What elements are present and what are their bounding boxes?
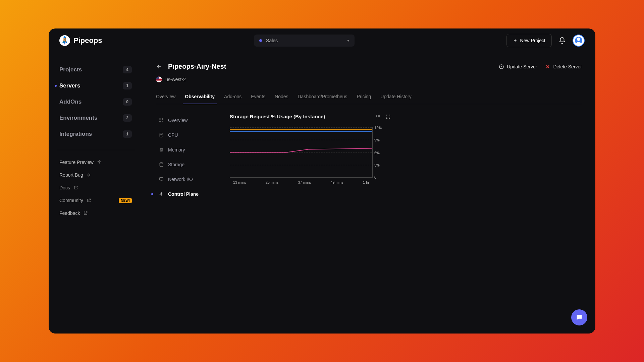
- back-button[interactable]: [156, 63, 163, 70]
- rocket-icon: [59, 35, 70, 46]
- count-badge: 1: [123, 130, 132, 138]
- tab-events[interactable]: Events: [251, 90, 265, 104]
- sidebar-link-label: Feedback: [59, 210, 80, 216]
- sidebar-link-feature-preview[interactable]: Feature Preview: [57, 157, 135, 168]
- metric-control-plane[interactable]: Control Plane: [156, 187, 223, 201]
- chart-series-c: [230, 127, 372, 177]
- us-flag-icon: [156, 76, 162, 82]
- tab-addons[interactable]: Add-ons: [224, 90, 241, 104]
- update-server-button[interactable]: Update Server: [499, 64, 537, 69]
- svg-point-4: [160, 121, 161, 122]
- close-icon: [545, 64, 550, 69]
- sidebar-link-report-bug[interactable]: Report Bug: [57, 170, 135, 180]
- tab-label: Overview: [156, 94, 175, 99]
- metric-memory[interactable]: Memory: [156, 143, 223, 157]
- count-badge: 2: [123, 114, 132, 122]
- region-label: us-west-2: [165, 77, 186, 82]
- divider: [57, 150, 135, 150]
- tab-nodes[interactable]: Nodes: [275, 90, 288, 104]
- main-content: Pipeops-Airy-Nest Update Server Delete S…: [143, 53, 595, 334]
- topbar-actions: ＋ New Project: [506, 34, 585, 47]
- external-icon: [87, 198, 91, 203]
- tab-update-history[interactable]: Update History: [380, 90, 412, 104]
- tab-overview[interactable]: Overview: [156, 90, 175, 104]
- expand-button[interactable]: [385, 114, 391, 119]
- chat-icon: [576, 314, 583, 321]
- notifications-button[interactable]: [558, 37, 566, 44]
- metric-storage[interactable]: Storage: [156, 158, 223, 171]
- update-server-label: Update Server: [507, 64, 537, 69]
- chart-tools: [375, 114, 391, 119]
- chart-title: Storage Request % Usage (By Instance): [230, 114, 325, 119]
- status-dot-icon: [259, 39, 262, 42]
- svg-point-6: [160, 133, 163, 134]
- sidebar-link-label: Docs: [59, 185, 70, 190]
- new-project-label: New Project: [520, 38, 545, 43]
- new-badge: NEW!: [119, 198, 132, 203]
- user-icon: [575, 37, 582, 44]
- tab-dashboard-prometheus[interactable]: Dashboard/Prometheus: [298, 90, 347, 104]
- chip-icon: [159, 147, 164, 153]
- sidebar-link-label: Community: [59, 198, 83, 203]
- x-tick: 1 hr: [363, 180, 369, 184]
- y-tick: 0: [374, 175, 389, 179]
- delete-server-button[interactable]: Delete Server: [545, 64, 582, 69]
- sidebar-item-projects[interactable]: Projects 4: [57, 63, 135, 77]
- tab-label: Pricing: [357, 94, 371, 99]
- chat-launcher[interactable]: [571, 309, 587, 325]
- y-tick: 6%: [374, 151, 389, 155]
- observability-content: Overview CPU Memory: [156, 114, 582, 201]
- metric-cpu[interactable]: CPU: [156, 128, 223, 142]
- network-icon: [159, 177, 164, 182]
- brand-logo[interactable]: Pipeops: [59, 35, 102, 46]
- target-icon: [159, 191, 164, 197]
- chart-area: 12% 9% 6% 3% 0 13 mins: [230, 127, 391, 184]
- svg-rect-7: [160, 148, 163, 151]
- active-dot-icon: [55, 85, 57, 87]
- legend-icon: [375, 114, 381, 119]
- sidebar-item-environments[interactable]: Environments 2: [57, 111, 135, 125]
- count-badge: 1: [123, 82, 132, 89]
- count-badge: 4: [123, 66, 132, 73]
- sidebar-link-docs[interactable]: Docs: [57, 182, 135, 193]
- header-actions: Update Server Delete Server: [499, 64, 582, 69]
- chart-header: Storage Request % Usage (By Instance): [230, 114, 391, 119]
- sidebar-item-servers[interactable]: Servers 1: [57, 79, 135, 93]
- bug-icon: [87, 173, 91, 177]
- metric-label: Memory: [168, 147, 185, 153]
- avatar[interactable]: [573, 35, 585, 47]
- tab-label: Dashboard/Prometheus: [298, 94, 347, 99]
- metric-label: Control Plane: [168, 191, 199, 197]
- sidebar-item-integrations[interactable]: Integrations 1: [57, 127, 135, 141]
- tab-label: Update History: [380, 94, 412, 99]
- svg-point-5: [162, 121, 163, 122]
- svg-point-3: [162, 119, 163, 120]
- metric-label: Storage: [168, 162, 184, 167]
- metric-network-io[interactable]: Network I/O: [156, 173, 223, 186]
- new-project-button[interactable]: ＋ New Project: [506, 34, 552, 47]
- active-dot-icon: [151, 193, 153, 195]
- tab-pricing[interactable]: Pricing: [357, 90, 371, 104]
- org-selector[interactable]: Sales ▾: [254, 35, 355, 47]
- legend-toggle-button[interactable]: [375, 114, 381, 119]
- metric-overview[interactable]: Overview: [156, 114, 223, 127]
- tab-label: Add-ons: [224, 94, 241, 99]
- external-icon: [73, 185, 78, 190]
- sidebar-link-label: Report Bug: [59, 172, 83, 178]
- sidebar-item-addons[interactable]: AddOns 0: [57, 95, 135, 109]
- sidebar-link-feedback[interactable]: Feedback: [57, 208, 135, 219]
- app-window: Pipeops Sales ▾ ＋ New Project Projects: [49, 28, 595, 334]
- chevron-down-icon: ▾: [347, 38, 349, 43]
- y-tick: 9%: [374, 138, 389, 142]
- sidebar-item-label: AddOns: [59, 99, 82, 105]
- topbar: Pipeops Sales ▾ ＋ New Project: [49, 28, 595, 53]
- sidebar-item-label: Integrations: [59, 131, 92, 137]
- chart-plot: 12% 9% 6% 3% 0: [230, 127, 373, 178]
- sidebar-link-community[interactable]: Community NEW!: [57, 195, 135, 206]
- tab-observability[interactable]: Observability: [185, 90, 215, 104]
- svg-point-9: [160, 163, 163, 164]
- metric-label: Network I/O: [168, 177, 193, 182]
- body: Projects 4 Servers 1 AddOns 0 Environmen…: [49, 53, 595, 334]
- sidebar-item-label: Environments: [59, 115, 97, 121]
- tabs: Overview Observability Add-ons Events No…: [156, 90, 582, 104]
